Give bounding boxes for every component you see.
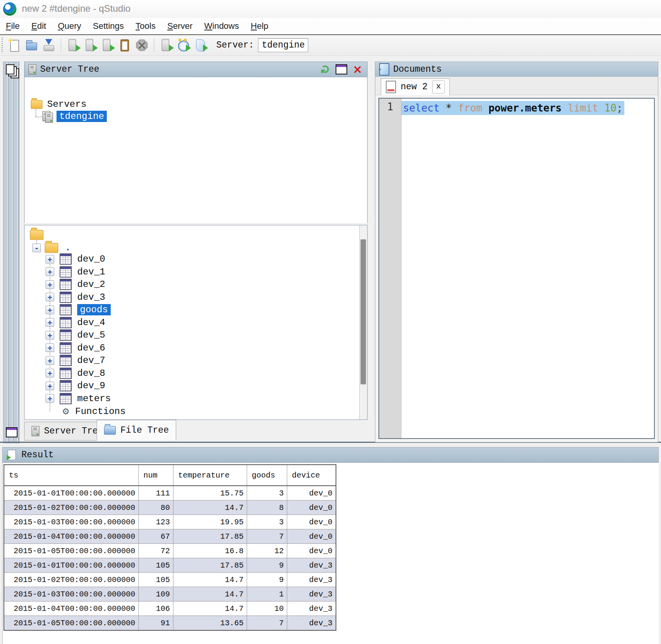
tree-node-functions[interactable]: Functions (25, 406, 125, 417)
execute-selection-button[interactable] (100, 37, 115, 53)
table-row[interactable]: 2015-01-05T00:00:00.0000009113.657dev_3 (4, 616, 336, 631)
tab-file-tree[interactable]: File Tree (97, 420, 176, 441)
new-document-button[interactable] (7, 37, 22, 53)
table-icon (60, 329, 72, 341)
menu-tools[interactable]: Tools (130, 19, 161, 33)
tree-node-meters[interactable]: + meters (25, 393, 111, 404)
expand-icon[interactable]: + (46, 280, 54, 289)
table-icon (60, 266, 72, 278)
expand-icon[interactable]: + (46, 331, 54, 340)
table-row[interactable]: 2015-01-03T00:00:00.00000010914.71dev_3 (4, 587, 336, 602)
table-row[interactable]: 2015-01-04T00:00:00.00000010614.710dev_3 (4, 602, 336, 616)
stacked-pages-icon[interactable] (6, 64, 14, 74)
menu-server[interactable]: Server (161, 19, 198, 33)
tree-node-dev_1[interactable]: + dev_1 (25, 267, 105, 277)
paste-button[interactable] (117, 37, 133, 53)
tree-node-servers[interactable]: Servers (31, 99, 87, 110)
expand-icon[interactable]: + (46, 306, 54, 314)
sql-code-line[interactable]: select * from power.meters limit 10; (401, 100, 624, 116)
tree-node-dot[interactable]: - . (32, 242, 71, 253)
menu-help[interactable]: Help (245, 19, 274, 33)
table-row[interactable]: 2015-01-01T00:00:00.00000011115.753dev_0 (4, 486, 336, 501)
tree-node-goods[interactable]: + goods (25, 304, 111, 315)
scrollbar-thumb[interactable] (361, 239, 366, 384)
maximize-window-icon[interactable] (336, 64, 347, 74)
expand-icon[interactable]: + (46, 255, 54, 264)
execute-query-button[interactable] (65, 37, 81, 53)
table-row[interactable]: 2015-01-02T00:00:00.0000008014.78dev_0 (4, 501, 336, 515)
table-row[interactable]: 2015-01-02T00:00:00.00000010514.79dev_3 (4, 573, 336, 587)
menu-settings[interactable]: Settings (87, 19, 130, 33)
documents-icon (379, 63, 389, 76)
close-tab-button[interactable]: x (432, 80, 445, 94)
expand-icon[interactable]: + (46, 369, 54, 377)
menu-query[interactable]: Query (52, 19, 87, 33)
column-header-temperature[interactable]: temperature (173, 465, 247, 486)
table-cell: 19.95 (173, 515, 247, 529)
tree-node-dev_5[interactable]: + dev_5 (25, 330, 105, 340)
table-cell: 106 (139, 602, 173, 616)
send-query-button[interactable] (159, 37, 174, 53)
expand-icon[interactable]: + (46, 394, 54, 403)
tree-node-dev_9[interactable]: + dev_9 (25, 380, 105, 391)
table-row[interactable]: 2015-01-03T00:00:00.00000012319.953dev_0 (4, 515, 336, 529)
refresh-icon[interactable] (318, 64, 332, 74)
tree-node-dev_7[interactable]: + dev_7 (25, 355, 105, 366)
stop-query-button[interactable] (134, 37, 150, 53)
collapse-icon[interactable]: - (32, 244, 41, 252)
table-cell: 14.7 (173, 573, 247, 587)
tree-node-label: meters (77, 393, 111, 404)
selected-sql-text: select * from power.meters limit 10; (401, 101, 624, 115)
menu-windows[interactable]: Windows (198, 19, 245, 33)
tree-node-tdengine[interactable]: tdengine (42, 111, 107, 122)
restore-window-icon[interactable] (6, 427, 18, 437)
refresh-query-button[interactable] (176, 37, 191, 53)
expand-icon[interactable]: + (46, 382, 54, 390)
expand-icon[interactable]: + (46, 293, 54, 301)
tree-node-dev_0[interactable]: + dev_0 (25, 254, 105, 264)
server-selector-label: Server: (216, 40, 254, 50)
table-cell: 2015-01-02T00:00:00.000000 (4, 573, 139, 587)
vertical-scrollbar[interactable] (359, 225, 367, 419)
table-row[interactable]: 2015-01-04T00:00:00.0000006717.857dev_0 (4, 529, 336, 544)
functions-gear-icon (62, 407, 70, 416)
new-document-icon (8, 39, 21, 52)
table-row[interactable]: 2015-01-01T00:00:00.00000010517.859dev_3 (4, 558, 336, 573)
table-cell: 3 (247, 515, 287, 529)
table-icon (60, 279, 72, 290)
save-button[interactable] (41, 37, 57, 53)
tab-new-2[interactable]: new 2 x (381, 78, 450, 95)
collapsed-panel-strip[interactable] (3, 62, 19, 443)
root-folder-icon[interactable] (30, 230, 44, 240)
expand-icon[interactable]: + (46, 318, 54, 327)
column-header-ts[interactable]: ts (4, 465, 139, 486)
menu-file[interactable]: File (0, 19, 25, 33)
column-header-num[interactable]: num (139, 465, 173, 486)
tree-node-dev_2[interactable]: + dev_2 (25, 279, 105, 290)
execute-line-button[interactable] (83, 37, 98, 53)
tree-node-dev_8[interactable]: + dev_8 (25, 368, 105, 379)
expand-icon[interactable]: + (46, 343, 54, 352)
close-icon[interactable] (353, 64, 362, 75)
column-header-goods[interactable]: goods (247, 465, 287, 486)
tree-node-dev_6[interactable]: + dev_6 (25, 343, 105, 353)
tree-node-dev_3[interactable]: + dev_3 (25, 292, 105, 303)
table-cell: 2015-01-03T00:00:00.000000 (4, 515, 139, 529)
sql-token: ; (617, 102, 623, 114)
result-table[interactable]: tsnumtemperaturegoodsdevice 2015-01-01T0… (4, 464, 336, 631)
server-selector[interactable]: tdengine (258, 38, 308, 52)
expand-icon[interactable]: + (46, 267, 54, 276)
tree-node-dev_4[interactable]: + dev_4 (25, 317, 105, 328)
table-cell: 111 (139, 486, 173, 501)
toolbar-grip[interactable] (2, 37, 3, 53)
open-folder-icon (25, 39, 38, 52)
table-row[interactable]: 2015-01-05T00:00:00.0000007216.812dev_0 (4, 544, 336, 558)
expand-icon[interactable]: + (46, 356, 54, 365)
menu-edit[interactable]: Edit (25, 19, 52, 33)
sql-editor[interactable]: 1 select * from power.meters limit 10; (378, 98, 655, 439)
column-header-device[interactable]: device (287, 465, 336, 486)
open-file-button[interactable] (24, 37, 39, 53)
modified-document-icon (386, 81, 396, 93)
run-script-button[interactable] (193, 37, 209, 53)
table-cell: 3 (247, 486, 287, 501)
